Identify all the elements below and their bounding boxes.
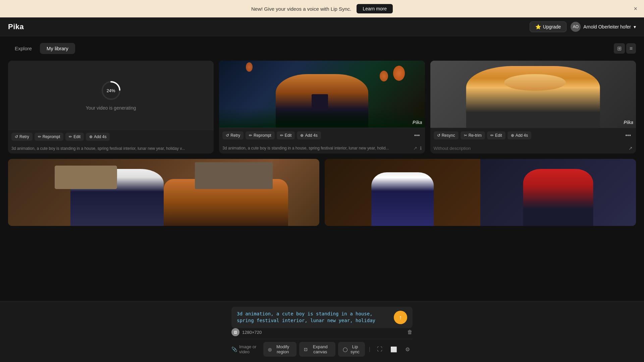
reprompt-button-1[interactable]: ✏ Reprompt xyxy=(35,133,64,141)
card-actions-3: ↺ Resync ✂ Re-trim ✏ Edit ⊕ Add 4s ••• xyxy=(430,128,636,143)
video-card-anime: Pika ↺ Retry ✏ Reprompt ✏ Edit ⊕ Add 4s … xyxy=(219,61,425,154)
card-media-room: ✏ ⬜ xyxy=(8,159,319,226)
avatar: AO xyxy=(571,22,581,32)
tab-explore[interactable]: Explore xyxy=(8,43,39,54)
footer-left: 📎 Image or video xyxy=(231,344,263,354)
modify-region-button[interactable]: ◎ Modify region xyxy=(263,342,297,357)
chevron-down-icon: ▾ xyxy=(634,24,636,29)
edit-button-1[interactable]: ✏ Edit xyxy=(65,133,84,141)
prompt-submit-button[interactable]: ↑ xyxy=(394,311,407,324)
image-thumbnail: 🖼 xyxy=(231,328,239,336)
card-description-1: 3d animation, a cute boy is standing in … xyxy=(8,143,214,154)
list-view-button[interactable]: ≡ xyxy=(626,43,636,54)
retry-button-1[interactable]: ↺ Retry xyxy=(11,133,33,141)
header-right: ⭐ Upgrade AO Arnold Oberleiter hofer ▾ xyxy=(530,21,636,32)
person-video-bg xyxy=(430,61,636,128)
add4s-button-1[interactable]: ⊕ Add 4s xyxy=(86,133,110,141)
content-area: 24% Your video is generating ↺ Retry ✏ R… xyxy=(8,61,636,229)
card-actions-1: ↺ Retry ✏ Reprompt ✏ Edit ⊕ Add 4s xyxy=(8,130,214,143)
grid-view-button[interactable]: ⊞ xyxy=(614,43,625,54)
add4s-button-3[interactable]: ⊕ Add 4s xyxy=(507,131,531,139)
add4s-button-2[interactable]: ⊕ Add 4s xyxy=(297,131,321,139)
view-toggle: ⊞ ≡ xyxy=(614,43,636,54)
retry-button-2[interactable]: ↺ Retry xyxy=(222,131,244,139)
progress-ring: 24% xyxy=(100,80,122,101)
tabs-left: Explore My library xyxy=(8,43,75,54)
card-media-generating: 24% Your video is generating xyxy=(8,61,214,130)
prompt-row: ↑ xyxy=(231,307,413,328)
pika-watermark-2: Pika xyxy=(413,120,422,125)
tab-my-library[interactable]: My library xyxy=(40,43,75,54)
attach-icon: 📎 xyxy=(231,347,237,352)
card-media-person: ⬜ 🔗 Pika xyxy=(430,61,636,128)
modify-icon: ◎ xyxy=(268,347,272,352)
user-menu-button[interactable]: AO Arnold Oberleiter hofer ▾ xyxy=(571,22,636,32)
progress-text: 24% xyxy=(107,88,115,93)
info-icon-2[interactable]: ℹ xyxy=(420,145,422,151)
image-card-room: ✏ ⬜ xyxy=(8,159,319,226)
header: Pika ⭐ Upgrade AO Arnold Oberleiter hofe… xyxy=(0,17,644,36)
card-no-description-3: Without description ↗ xyxy=(430,143,636,154)
lip-sync-icon: ◯ xyxy=(343,347,348,352)
video-card-generating: 24% Your video is generating ↺ Retry ✏ R… xyxy=(8,61,214,154)
tool-buttons: ◎ Modify region ⊡ Expand canvas ◯ Lip sy… xyxy=(263,342,413,357)
card-media-anime: Pika xyxy=(219,61,425,128)
expand-icon: ⊡ xyxy=(304,347,308,352)
pika-watermark-3: Pika xyxy=(624,120,633,125)
share-icon-3[interactable]: ↗ xyxy=(629,145,633,151)
edit-button-3[interactable]: ✏ Edit xyxy=(487,131,505,139)
image-card-dancer: ↔ ⬜ xyxy=(325,159,636,226)
announcement-banner: New! Give your videos a voice with Lip S… xyxy=(0,0,644,17)
dancer-bg xyxy=(325,159,636,226)
anime-video-bg xyxy=(219,61,425,128)
image-row: ✏ ⬜ ↔ ⬜ xyxy=(8,159,636,226)
user-name: Arnold Oberleiter hofer xyxy=(583,24,631,29)
delete-image-button[interactable]: 🗑 xyxy=(407,329,413,335)
banner-close-button[interactable]: × xyxy=(634,5,637,12)
expand-canvas-button[interactable]: ⊡ Expand canvas xyxy=(299,342,335,357)
more-button-2[interactable]: ••• xyxy=(413,131,422,140)
banner-text: New! Give your videos a voice with Lip S… xyxy=(251,6,351,12)
image-or-video-label: Image or video xyxy=(239,344,263,354)
camera-button[interactable]: ⬜ xyxy=(388,345,400,354)
upgrade-button[interactable]: ⭐ Upgrade xyxy=(530,21,567,32)
upgrade-icon: ⭐ xyxy=(535,24,541,29)
prompt-container: ↑ 🖼 1280×720 🗑 📎 Image or video ◎ Modify… xyxy=(231,307,413,357)
generating-indicator: 24% Your video is generating xyxy=(86,80,136,111)
resync-button-3[interactable]: ↺ Resync xyxy=(434,131,459,139)
logo: Pika xyxy=(8,22,24,31)
edit-button-2[interactable]: ✏ Edit xyxy=(277,131,295,139)
tools-bar: 📎 Image or video ◎ Modify region ⊡ Expan… xyxy=(231,339,413,357)
settings-button[interactable]: ⚙ xyxy=(402,345,413,354)
submit-icon: ↑ xyxy=(399,314,402,321)
upgrade-label: Upgrade xyxy=(543,24,561,29)
video-card-person: ⬜ 🔗 Pika ↺ Resync ✂ Re-trim ✏ Edit ⊕ Add… xyxy=(430,61,636,154)
tabs-bar: Explore My library ⊞ ≡ xyxy=(8,43,636,54)
share-icon-2[interactable]: ↗ xyxy=(413,145,417,151)
learn-more-button[interactable]: Learn more xyxy=(357,4,393,13)
fullscreen-button[interactable]: ⛶ xyxy=(374,345,385,354)
bottom-prompt-area: ↑ 🖼 1280×720 🗑 📎 Image or video ◎ Modify… xyxy=(0,301,644,362)
room-bg xyxy=(8,159,319,226)
lip-sync-button[interactable]: ◯ Lip sync xyxy=(338,342,365,357)
video-grid: 24% Your video is generating ↺ Retry ✏ R… xyxy=(8,61,636,154)
card-media-dancer: ↔ ⬜ xyxy=(325,159,636,226)
image-size-label: 1280×720 xyxy=(242,330,405,335)
generating-text: Your video is generating xyxy=(86,105,136,111)
card-description-2: 3d animation, a cute boy is standing in … xyxy=(219,143,425,154)
prompt-input[interactable] xyxy=(237,311,390,324)
retrim-button-3[interactable]: ✂ Re-trim xyxy=(461,131,485,139)
more-button-3[interactable]: ••• xyxy=(624,131,633,140)
card-desc-icons-2: ↗ ℹ xyxy=(413,145,422,151)
card-actions-2: ↺ Retry ✏ Reprompt ✏ Edit ⊕ Add 4s ••• xyxy=(219,128,425,143)
reprompt-button-2[interactable]: ✏ Reprompt xyxy=(246,131,275,139)
image-info-row: 🖼 1280×720 🗑 xyxy=(231,328,413,336)
